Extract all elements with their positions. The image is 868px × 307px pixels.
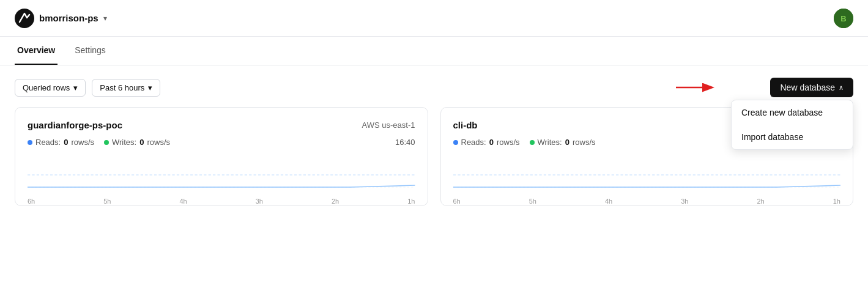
writes-unit-guardianforge: rows/s (147, 138, 170, 147)
import-database-item[interactable]: Import database (732, 125, 853, 149)
avatar[interactable]: B (834, 9, 853, 28)
writes-unit-cli-db: rows/s (573, 138, 596, 147)
time-chevron-icon: ▾ (148, 83, 152, 92)
svg-point-0 (15, 9, 34, 28)
tab-overview[interactable]: Overview (15, 37, 57, 65)
create-new-database-item[interactable]: Create new database (732, 100, 853, 125)
chart-label-4h: 4h (180, 198, 187, 205)
chart-label-3h: 3h (256, 198, 263, 205)
db-card-guardianforge[interactable]: guardianforge-ps-poc AWS us-east-1 Reads… (15, 107, 428, 206)
reads-unit-guardianforge: rows/s (71, 138, 94, 147)
chart-label-cli-3h: 3h (681, 198, 688, 205)
writes-label-cli-db: Writes: (538, 138, 562, 147)
metric-dropdown[interactable]: Queried rows ▾ (15, 79, 86, 97)
metric-dropdown-label: Queried rows (23, 83, 70, 92)
writes-label-guardianforge: Writes: (112, 138, 136, 147)
org-name: bmorrison-ps (39, 13, 98, 23)
writes-dot-cli-icon (530, 140, 535, 145)
db-name-guardianforge: guardianforge-ps-poc (28, 120, 122, 130)
time-dropdown-label: Past 6 hours (100, 83, 144, 92)
reads-unit-cli-db: rows/s (497, 138, 520, 147)
chart-label-2h: 2h (332, 198, 339, 205)
new-database-chevron-icon: ∧ (839, 84, 844, 92)
db-region-guardianforge: AWS us-east-1 (362, 120, 415, 130)
reads-dot-icon (28, 140, 32, 145)
new-database-label: New database (780, 83, 835, 92)
chart-label-cli-5h: 5h (529, 198, 536, 205)
writes-value-cli-db: 0 (565, 138, 569, 147)
chart-label-cli-2h: 2h (757, 198, 765, 205)
nav-tabs: Overview Settings (0, 37, 868, 65)
logo-icon (15, 9, 34, 28)
svg-text:B: B (840, 14, 846, 23)
reads-value-cli-db: 0 (489, 138, 494, 147)
header-left: bmorrison-ps ▾ (15, 9, 107, 28)
time-dropdown[interactable]: Past 6 hours ▾ (92, 79, 160, 97)
reads-stat-guardianforge: Reads: 0 rows/s (28, 138, 94, 147)
writes-dot-icon (104, 140, 109, 145)
header: bmorrison-ps ▾ B (0, 0, 868, 37)
db-stats-left-cli-db: Reads: 0 rows/s Writes: 0 rows/s (453, 138, 596, 147)
toolbar-left: Queried rows ▾ Past 6 hours ▾ (15, 79, 160, 97)
db-stats-guardianforge: Reads: 0 rows/s Writes: 0 rows/s 16:40 (28, 138, 415, 147)
new-database-dropdown: Create new database Import database (731, 100, 853, 150)
chart-guardianforge: 6h 5h 4h 3h 2h 1h (28, 157, 415, 205)
writes-value-guardianforge: 0 (139, 138, 144, 147)
reads-dot-cli-icon (453, 140, 458, 145)
chart-label-1h: 1h (407, 198, 415, 205)
new-db-wrapper: New database ∧ Create new database Impor… (770, 78, 853, 97)
reads-label-cli-db: Reads: (461, 138, 486, 147)
org-chevron-icon[interactable]: ▾ (103, 14, 107, 23)
time-guardianforge: 16:40 (395, 138, 415, 147)
chart-labels-guardianforge: 6h 5h 4h 3h 2h 1h (28, 195, 415, 206)
writes-stat-guardianforge: Writes: 0 rows/s (104, 138, 170, 147)
chart-cli-db: 6h 5h 4h 3h 2h 1h (453, 157, 841, 205)
toolbar: Queried rows ▾ Past 6 hours ▾ New databa… (0, 65, 868, 107)
reads-stat-cli-db: Reads: 0 rows/s (453, 138, 520, 147)
reads-label-guardianforge: Reads: (35, 138, 61, 147)
reads-value-guardianforge: 0 (64, 138, 68, 147)
writes-stat-cli-db: Writes: 0 rows/s (530, 138, 596, 147)
arrow-to-button-icon (676, 78, 719, 97)
tab-settings[interactable]: Settings (72, 37, 108, 65)
chart-label-cli-6h: 6h (453, 198, 461, 205)
chart-label-5h: 5h (103, 198, 111, 205)
chart-labels-cli-db: 6h 5h 4h 3h 2h 1h (453, 195, 841, 206)
db-name-cli-db: cli-db (453, 120, 478, 130)
chart-label-cli-1h: 1h (833, 198, 840, 205)
import-database-row: Import database (732, 125, 853, 149)
db-stats-left-guardianforge: Reads: 0 rows/s Writes: 0 rows/s (28, 138, 170, 147)
new-database-button[interactable]: New database ∧ (770, 78, 853, 97)
metric-chevron-icon: ▾ (73, 83, 78, 92)
chart-label-6h: 6h (28, 198, 35, 205)
db-card-header-guardianforge: guardianforge-ps-poc AWS us-east-1 (28, 120, 415, 130)
chart-label-cli-4h: 4h (605, 198, 612, 205)
